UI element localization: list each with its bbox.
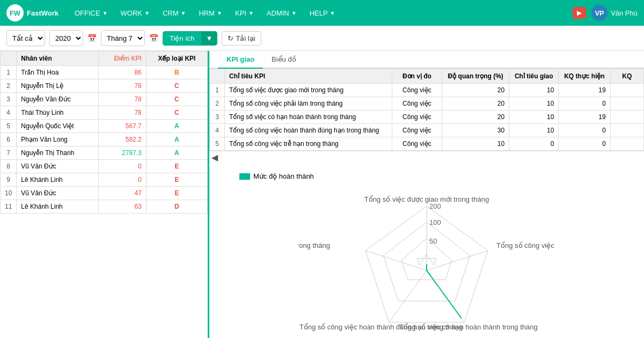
row-num: 2 [1, 79, 17, 93]
row-score: 582.2 [98, 133, 146, 146]
table-row[interactable]: 5 Nguyễn Quốc Việt 567.7 A [1, 120, 208, 133]
kpi-table-row[interactable]: 1 Tổng số việc được giao mới trong tháng… [210, 84, 644, 97]
nav-item-office[interactable]: OFFICE ▼ [69, 0, 113, 26]
kpi-row-result: 0 [559, 97, 610, 111]
kpi-row-name: Tổng số việc được giao mới trong tháng [225, 84, 392, 97]
tienich-dropdown-button[interactable]: ▼ [201, 32, 217, 45]
kpi-row-num: 2 [210, 97, 225, 111]
row-num: 8 [1, 160, 17, 173]
brand-icon: FW [6, 4, 24, 21]
main-content: Nhân viên Điểm KPI Xếp loại KPI 1 Trần T… [0, 51, 644, 338]
table-row[interactable]: 4 Thái Thùy Linh 78 C [1, 106, 208, 120]
kpi-row-kq [610, 97, 643, 111]
month-select[interactable]: Tháng 7 [101, 30, 145, 46]
col-header-num [210, 69, 225, 84]
table-row[interactable]: 11 Lê Khánh Linh 63 D [1, 200, 208, 214]
svg-marker-13 [427, 264, 462, 318]
nav-item-hrm[interactable]: HRM ▼ [193, 0, 228, 26]
kpi-table-row[interactable]: 3 Tổng số việc có hạn hoàn thành trong t… [210, 111, 644, 124]
chevron-down-icon: ▼ [291, 10, 297, 16]
kpi-row-unit: Công việc [392, 111, 442, 124]
svg-line-8 [365, 251, 427, 270]
table-row[interactable]: 9 Lê Khánh Linh 0 E [1, 173, 208, 187]
kpi-table-row[interactable]: 5 Tổng số công việc trễ hạn trong tháng … [210, 137, 644, 151]
kpi-row-name: Tổng số công việc phải làm trong tháng [225, 97, 392, 111]
nav-item-help[interactable]: HELP ▼ [304, 0, 341, 26]
table-row[interactable]: 6 Phạm Văn Long 582.2 A [1, 133, 208, 146]
radar-chart: 200 100 50 [298, 185, 555, 335]
right-panel: KPI giao Biểu đồ Chỉ tiêu KPI Đơn vị đo … [209, 51, 644, 338]
nav-item-admin[interactable]: ADMIN ▼ [261, 0, 302, 26]
tab-kpi-giao[interactable]: KPI giao [218, 51, 263, 69]
row-score: 78 [98, 106, 146, 120]
col-header-rank: Xếp loại KPI [146, 52, 207, 66]
row-num: 1 [1, 66, 17, 79]
nav-item-work[interactable]: WORK ▼ [115, 0, 155, 26]
kpi-row-weight: 20 [442, 84, 509, 97]
row-name: Vũ Văn Đức [17, 187, 98, 200]
row-name: Phạm Văn Long [17, 133, 98, 146]
nav-item-crm[interactable]: CRM ▼ [157, 0, 192, 26]
row-rank: A [146, 120, 207, 133]
user-badge: VP Văn Phú [591, 5, 638, 21]
calendar-icon[interactable]: 📅 [87, 34, 97, 42]
kpi-row-kq [610, 137, 643, 151]
table-row[interactable]: 7 Nguyễn Thị Thanh 2787.3 A [1, 146, 208, 160]
row-num: 9 [1, 173, 17, 187]
col-header-score: Điểm KPI [98, 52, 146, 66]
row-name: Nguyễn Thị Lệ [17, 79, 98, 93]
tienich-main-button[interactable]: Tiện ích [163, 32, 201, 45]
kpi-table-row[interactable]: 4 Tổng số công việc hoàn thành đúng hạn … [210, 124, 644, 137]
svg-text:100: 100 [429, 218, 441, 226]
row-num: 3 [1, 93, 17, 106]
kpi-row-target: 0 [509, 137, 559, 151]
row-name: Nguyễn Quốc Việt [17, 120, 98, 133]
row-name: Nguyễn Thị Thanh [17, 146, 98, 160]
tab-bieu-do[interactable]: Biểu đồ [263, 51, 305, 69]
row-name: Lê Khánh Linh [17, 200, 98, 214]
chevron-down-icon: ▼ [181, 10, 186, 16]
calendar-icon-2[interactable]: 📅 [149, 34, 158, 42]
row-num: 4 [1, 106, 17, 120]
kpi-row-kq [610, 111, 643, 124]
row-name: Thái Thùy Linh [17, 106, 98, 120]
col-header-name: Nhân viên [17, 52, 98, 66]
table-row[interactable]: 1 Trần Thị Hoa 86 B [1, 66, 208, 79]
filter-select[interactable]: Tất cả [6, 30, 45, 46]
row-score: 0 [98, 160, 146, 173]
row-rank: A [146, 133, 207, 146]
row-name: Trần Thị Hoa [17, 66, 98, 79]
kpi-row-weight: 30 [442, 124, 509, 137]
chevron-down-icon: ▼ [103, 10, 108, 16]
table-row[interactable]: 2 Nguyễn Thị Lệ 78 C [1, 79, 208, 93]
reload-button[interactable]: ↻ Tải lại [222, 31, 261, 46]
legend-label: Mức độ hoàn thành [253, 172, 314, 180]
kpi-row-kq [610, 124, 643, 137]
row-rank: C [146, 79, 207, 93]
kpi-row-result: 19 [559, 111, 610, 124]
left-panel: Nhân viên Điểm KPI Xếp loại KPI 1 Trần T… [0, 51, 209, 338]
kpi-table-row[interactable]: 2 Tổng số công việc phải làm trong tháng… [210, 97, 644, 111]
row-num: 11 [1, 200, 17, 214]
user-name: Văn Phú [611, 9, 638, 17]
avatar: VP [591, 5, 608, 21]
kpi-row-unit: Công việc [392, 124, 442, 137]
row-rank: E [146, 173, 207, 187]
table-row[interactable]: 10 Vũ Văn Đức 47 E [1, 187, 208, 200]
svg-text:Tổng số việc được giao mới tro: Tổng số việc được giao mới trong tháng [364, 195, 489, 203]
scroll-arrow[interactable]: ◀ [209, 151, 644, 164]
kpi-row-unit: Công việc [392, 137, 442, 151]
year-select[interactable]: 2020 [49, 30, 83, 46]
table-row[interactable]: 8 Vũ Văn Đức 0 E [1, 160, 208, 173]
row-score: 567.7 [98, 120, 146, 133]
nav-item-kpi[interactable]: KPI ▼ [230, 0, 259, 26]
svg-text:50: 50 [429, 237, 437, 245]
table-row[interactable]: 3 Nguyễn Văn Đức 78 C [1, 93, 208, 106]
svg-line-5 [427, 251, 488, 270]
chevron-down-icon: ▼ [248, 10, 254, 16]
kpi-row-num: 1 [210, 84, 225, 97]
brand[interactable]: FW FastWork [6, 4, 58, 21]
youtube-button[interactable]: ▶ [573, 7, 586, 19]
row-rank: E [146, 187, 207, 200]
svg-line-7 [389, 270, 427, 322]
